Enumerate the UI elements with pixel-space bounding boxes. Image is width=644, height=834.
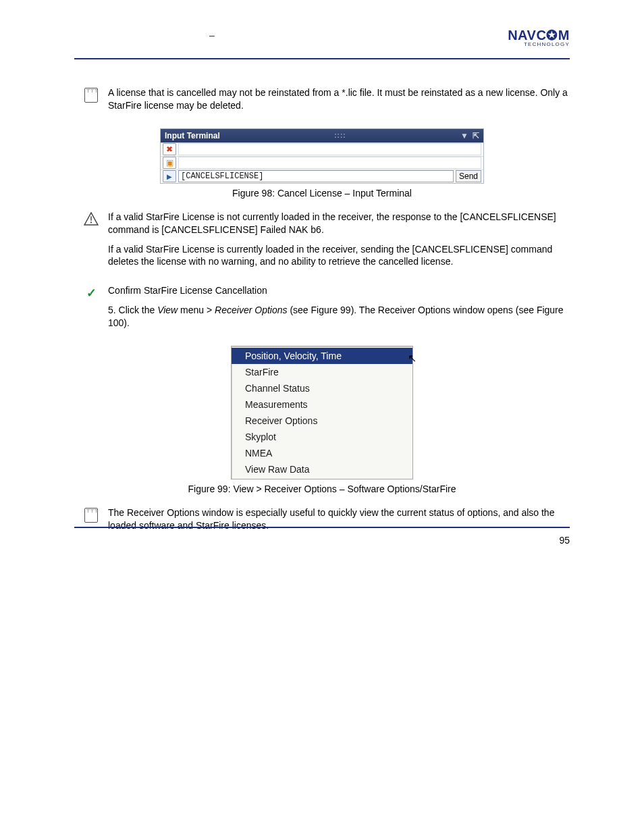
menu-item-channel-status[interactable]: Channel Status [232,380,412,396]
input-terminal-titlebar: Input Terminal :::: ▼ ⇱ [161,129,483,142]
footer-rule [74,527,570,528]
menu-item-receiver-options[interactable]: Receiver Options [232,413,412,429]
page-number: 95 [559,535,570,546]
menu-item-nmea[interactable]: NMEA [232,445,412,461]
menu-item-skyplot[interactable]: Skyplot [232,429,412,445]
run-icon[interactable]: ▶ [163,170,176,182]
open-icon[interactable]: ▣ [163,157,176,169]
check-icon: ✓ [86,286,97,301]
command-input[interactable]: [CANCELSFLICENSE] [178,170,454,182]
confirm-heading: Confirm StarFire License Cancellation [108,284,570,297]
note-2-text: The Receiver Options window is especiall… [108,506,570,532]
titlebar-pin-icon[interactable]: ⇱ [473,131,479,140]
cursor-icon: ↖ [408,352,417,365]
warning-para-1: If a valid StarFire License is not curre… [108,211,570,236]
note-icon: ┬┬┬ [84,88,98,103]
header-dash: – [209,30,215,41]
clear-icon[interactable]: ✖ [163,143,176,155]
send-button[interactable]: Send [456,170,481,182]
titlebar-dropdown-icon[interactable]: ▼ [460,131,468,140]
svg-point-1 [90,221,92,223]
note-1-text: A license that is cancelled may not be r… [108,86,570,112]
step-5: 5. Click the View menu > Receiver Option… [108,304,570,330]
figure-98-caption: Figure 98: Cancel License – Input Termin… [74,188,570,199]
brand-logo: NAVC✪M TECHNOLOGY [508,27,570,47]
warning-icon [84,212,99,228]
warning-para-2: If a valid StarFire License is currently… [108,243,570,269]
view-menu-dropdown: Position, Velocity, Time ↖ StarFire Chan… [231,346,413,479]
titlebar-grip: :::: [334,132,346,139]
terminal-blank-row1 [178,143,481,155]
figure-99-caption: Figure 99: View > Receiver Options – Sof… [74,484,570,494]
menu-item-measurements[interactable]: Measurements [232,396,412,413]
input-terminal-panel: Input Terminal :::: ▼ ⇱ ✖ ▣ ▶ [CANCELSFL… [160,128,484,184]
note-icon: ┬┬┬ [84,508,98,523]
menu-item-view-raw-data[interactable]: View Raw Data [232,461,412,477]
input-terminal-title: Input Terminal [165,131,220,140]
header-rule [74,58,570,59]
menu-item-starfire[interactable]: StarFire [232,364,412,380]
terminal-blank-row2 [178,157,481,169]
menu-item-pvt[interactable]: Position, Velocity, Time ↖ [232,348,412,364]
